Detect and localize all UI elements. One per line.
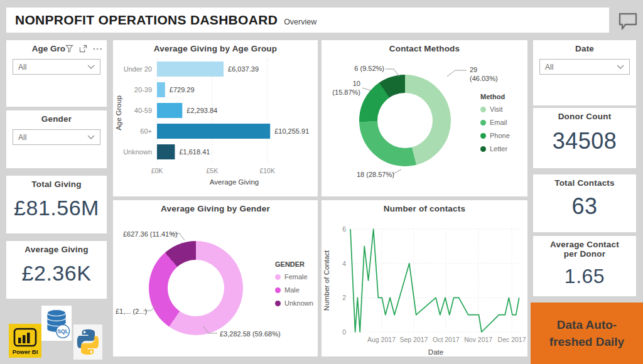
chart-title: Number of contacts: [322, 204, 527, 213]
kpi-donor-count: Donor Count 34508: [533, 108, 636, 168]
legend-item-phone[interactable]: Phone: [480, 132, 510, 139]
kpi-total-contacts-label: Total Contacts: [533, 178, 636, 188]
sql-logo-label: SQL: [57, 329, 69, 335]
date-dropdown-value: All: [545, 63, 553, 72]
kpi-total-contacts: Total Contacts 63: [533, 174, 636, 232]
donut-hole: [168, 260, 224, 316]
python-icon: [75, 329, 101, 355]
banner-line2: freshed Daily: [549, 333, 624, 350]
powerbi-logo: Power BI: [9, 324, 41, 358]
date-dropdown[interactable]: All: [539, 59, 630, 75]
data-refresh-banner: Data Auto- freshed Daily: [531, 302, 643, 364]
kpi-avg-contact-label: Average Contact per Donor: [533, 240, 636, 259]
legend-dot: [275, 301, 281, 306]
callout-male: £1,... (2...): [116, 307, 147, 316]
callout-female: £3,282.58 (59.68%): [220, 329, 281, 338]
legend-method: Method Visit Email Phone Letter: [480, 93, 510, 158]
legend-title: Method: [480, 93, 510, 100]
svg-text:Aug 2017: Aug 2017: [367, 336, 396, 343]
chart-number-of-contacts: Number of contacts 0246Aug 2017Sep 2017O…: [322, 200, 527, 356]
chart-title: Average Giving by Gender: [113, 204, 318, 213]
svg-text:Date: Date: [428, 348, 443, 356]
slicer-gender-title: Gender: [6, 114, 107, 124]
svg-text:Number of Contact: Number of Contact: [323, 250, 330, 311]
svg-text:£6,037.39: £6,037.39: [228, 65, 259, 73]
svg-text:2: 2: [342, 294, 346, 301]
age-group-dropdown[interactable]: All: [13, 59, 100, 75]
sql-logo: SQL: [41, 306, 72, 341]
legend-dot: [480, 120, 486, 126]
line-chart-plot[interactable]: 0246Aug 2017Sep 2017Oct 2017Nov 2017Dec …: [322, 217, 527, 360]
slicer-date: Date All: [533, 40, 636, 105]
more-options-icon[interactable]: ···: [93, 46, 103, 52]
chart-contact-methods: Contact Methods 29 (46.03%) 6 (9.52%) 10…: [322, 40, 527, 196]
kpi-average-giving-value: £2.36K: [6, 261, 107, 286]
svg-text:Nov 2017: Nov 2017: [464, 336, 492, 343]
svg-text:£10K: £10K: [259, 167, 275, 174]
powerbi-barchart-icon: [11, 327, 39, 348]
svg-text:£10,255.91: £10,255.91: [274, 127, 309, 135]
focus-mode-icon[interactable]: [79, 45, 87, 53]
svg-text:Oct 2017: Oct 2017: [433, 336, 460, 343]
chevron-down-icon: [617, 65, 624, 70]
legend-item-male[interactable]: Male: [275, 286, 313, 294]
python-logo: [73, 324, 102, 360]
chevron-down-icon: [87, 65, 95, 70]
powerbi-logo-label: Power BI: [13, 348, 38, 358]
kpi-total-giving-label: Total Giving: [6, 179, 107, 189]
chart-title: Average Giving by Age Group: [113, 44, 318, 53]
svg-text:60+: 60+: [140, 127, 152, 135]
kpi-total-contacts-value: 63: [533, 193, 636, 220]
legend-dot: [480, 146, 486, 152]
legend-item-visit[interactable]: Visit: [480, 105, 510, 113]
kpi-avg-contact-value: 1.65: [533, 265, 636, 288]
kpi-average-giving: Average Giving £2.36K: [6, 241, 107, 299]
slicer-age-group-title: Age Gro: [6, 44, 65, 53]
svg-text:£2,293.84: £2,293.84: [186, 107, 217, 114]
banner-line1: Data Auto-: [557, 316, 617, 333]
gender-dropdown[interactable]: All: [13, 129, 100, 145]
legend-item-letter[interactable]: Letter: [480, 145, 510, 153]
comment-icon[interactable]: [617, 11, 639, 31]
kpi-donor-count-label: Donor Count: [533, 112, 636, 121]
slicer-age-group: Age Gro ··· All: [6, 40, 107, 107]
svg-text:£5K: £5K: [207, 167, 219, 174]
legend-dot: [480, 133, 486, 139]
chart-average-giving-by-age-group: Average Giving by Age Group £0K£5K£10KUn…: [113, 40, 318, 196]
svg-text:0: 0: [342, 328, 346, 336]
svg-text:40-59: 40-59: [134, 107, 152, 114]
page-title: NONPROFIT OPERATIONS DASHBOARD: [15, 13, 278, 28]
legend-gender: GENDER Female Male Unknown: [275, 260, 313, 313]
kpi-average-giving-label: Average Giving: [6, 245, 107, 254]
chart-title: Contact Methods: [322, 44, 527, 53]
legend-item-unknown[interactable]: Unknown: [275, 299, 313, 307]
donut-hole: [377, 93, 433, 148]
legend-dot: [275, 274, 281, 280]
filter-icon[interactable]: [65, 45, 73, 53]
legend-dot: [275, 287, 281, 293]
svg-text:Sep 2017: Sep 2017: [399, 336, 428, 343]
legend-title: GENDER: [275, 260, 313, 268]
page-subtitle: Overview: [284, 14, 316, 26]
kpi-avg-contact-per-donor: Average Contact per Donor 1.65: [533, 236, 636, 296]
slicer-gender: Gender All: [6, 110, 107, 168]
callout-phone: 10 (15.87%): [325, 79, 360, 97]
svg-text:£729.29: £729.29: [170, 86, 195, 94]
kpi-donor-count-value: 34508: [533, 128, 636, 154]
legend-item-email[interactable]: Email: [480, 119, 510, 126]
kpi-total-giving-value: £81.56M: [6, 196, 107, 220]
svg-text:6: 6: [342, 225, 346, 233]
legend-item-female[interactable]: Female: [275, 273, 313, 281]
dashboard-canvas: NONPROFIT OPERATIONS DASHBOARD Overview …: [0, 0, 643, 364]
svg-text:20-39: 20-39: [134, 86, 152, 94]
bar-chart-plot[interactable]: £0K£5K£10KUnder 20£6,037.3920-39£729.294…: [113, 56, 318, 197]
svg-text:£1,618.41: £1,618.41: [179, 148, 210, 156]
callout-letter: 6 (9.52%): [330, 64, 384, 73]
callout-visit: 29 (46.03%): [470, 65, 498, 83]
gender-dropdown-value: All: [18, 133, 26, 142]
svg-text:Unknown: Unknown: [123, 148, 152, 156]
visual-header-toolbar: ···: [65, 45, 103, 53]
chevron-down-icon: [87, 135, 95, 140]
svg-text:4: 4: [342, 260, 346, 267]
header-bar: NONPROFIT OPERATIONS DASHBOARD Overview: [6, 8, 609, 33]
